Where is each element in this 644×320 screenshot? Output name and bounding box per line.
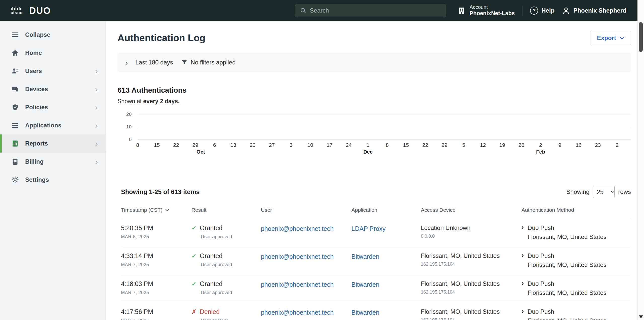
auth-time: 4:18:03 PM [121,280,191,288]
building-icon [457,6,466,15]
check-icon: ✓ [191,225,197,231]
rows-per-page-select[interactable]: 25 [593,186,615,198]
application-link[interactable]: Bitwarden [351,309,379,316]
users-icon [11,67,19,75]
x-tick: 19 [499,142,505,148]
chart-title: 613 Authentications [117,86,631,94]
x-tick: 15 [154,142,160,148]
check-icon: ✓ [191,281,197,287]
auth-log-table: Timestamp (CST) Result User Application … [121,204,631,320]
filter-funnel-icon [181,59,188,66]
sidebar-item-reports[interactable]: Reports › [0,134,105,153]
chart-subtitle: Shown at every 2 days. [117,98,631,105]
scroll-down-arrow-icon[interactable] [639,315,643,318]
result-detail: User mistake [201,318,261,320]
scrollbar-thumb[interactable] [639,22,643,52]
table-header: Timestamp (CST) Result User Application … [121,204,631,218]
cisco-bars-icon [11,6,22,10]
topbar-divider [522,5,522,16]
sidebar-collapse-button[interactable]: Collapse [0,26,105,44]
x-tick: 2 [616,142,619,148]
global-search[interactable] [295,4,446,17]
expand-row-chevron-icon[interactable]: › [521,280,524,296]
chevron-right-icon: › [95,121,98,129]
x-tick: 27 [269,142,275,148]
auth-method: Duo Push [528,252,606,259]
table-row: 4:18:03 PM MAR 7, 2025 ✓ Granted User ap… [121,274,631,302]
expand-row-chevron-icon[interactable]: › [521,252,524,268]
rows-suffix-label: rows [618,188,631,195]
y-tick: 20 [126,112,132,117]
auth-chart: 20 10 0 81522296132027310172418152229512… [117,114,631,156]
user-link[interactable]: phoenix@phoenixnet.tech [261,281,334,288]
home-icon [11,49,19,57]
user-menu[interactable]: Phoenix Shepherd [562,7,626,15]
reports-icon [11,139,19,148]
x-tick: 3 [290,142,293,148]
account-menu[interactable]: Account PhoenixNet-Labs [457,5,515,16]
sort-chevron-icon[interactable] [165,209,169,211]
applications-icon [11,121,19,129]
filter-date-range[interactable]: Last 180 days [135,59,173,66]
check-icon: ✓ [191,253,197,259]
devices-icon [11,85,19,93]
access-location: Florissant, MO, United States [421,252,521,259]
application-link[interactable]: LDAP Proxy [351,225,386,232]
expand-row-chevron-icon[interactable]: › [521,308,524,320]
filter-status-text: No filters applied [191,59,236,66]
shield-icon [11,103,19,111]
user-link[interactable]: phoenix@phoenixnet.tech [261,309,334,316]
expand-row-chevron-icon[interactable]: › [521,224,524,240]
cisco-logo: cisco [11,6,23,15]
col-user: User [261,207,351,213]
sidebar-item-label: Billing [25,158,44,165]
table-row: 5:20:35 PM MAR 8, 2025 ✓ Granted User ap… [121,218,631,246]
user-link[interactable]: phoenix@phoenixnet.tech [261,253,334,260]
x-tick: 8 [386,142,389,148]
filter-expand-chevron-icon[interactable]: › [125,58,128,67]
auth-method-location: Florissant, MO, United States [528,317,606,320]
sidebar-item-applications[interactable]: Applications › [0,116,105,134]
month-tick: Oct [196,149,205,155]
access-ip: 0.0.0.0 [421,234,521,239]
authentications-chart-section: 613 Authentications Shown at every 2 day… [117,86,631,156]
col-access-device: Access Device [421,207,521,213]
search-input[interactable] [310,7,441,14]
sidebar-nav: Collapse Home Users › Devices › [0,21,106,320]
user-link[interactable]: phoenix@phoenixnet.tech [261,225,334,232]
sidebar-item-settings[interactable]: Settings [0,171,105,189]
access-location: Florissant, MO, United States [421,280,521,287]
sidebar-item-home[interactable]: Home [0,44,105,62]
application-link[interactable]: Bitwarden [351,253,379,260]
x-tick: 1 [367,142,370,148]
x-tick: 6 [213,142,216,148]
col-timestamp[interactable]: Timestamp (CST) [121,207,191,213]
x-tick: 22 [422,142,428,148]
result-cell: ✓ Granted User approved [191,224,261,240]
x-tick: 13 [230,142,236,148]
access-ip: 162.195.175.104 [421,290,521,295]
sidebar-item-policies[interactable]: Policies › [0,98,105,116]
person-icon [562,7,570,15]
x-tick: 29 [441,142,447,148]
sidebar-item-label: Home [25,49,42,56]
help-button[interactable]: ? Help [530,7,554,15]
main-content: Authentication Log Export › Last 180 day… [106,21,637,320]
access-location: Florissant, MO, United States [421,308,521,315]
sidebar-item-users[interactable]: Users › [0,62,105,80]
sidebar-item-billing[interactable]: Billing › [0,153,105,171]
sidebar-item-devices[interactable]: Devices › [0,80,105,98]
result-label: Granted [200,224,222,232]
auth-time: 4:17:56 PM [121,308,191,315]
page-scrollbar[interactable] [637,0,644,320]
col-result: Result [191,207,261,213]
export-button[interactable]: Export [590,31,631,45]
chevron-right-icon: › [95,85,98,93]
x-icon: ✗ [191,309,197,315]
sidebar-collapse-label: Collapse [25,31,50,38]
auth-method-location: Florissant, MO, United States [528,289,606,296]
application-link[interactable]: Bitwarden [351,281,379,288]
help-label: Help [541,7,554,14]
auth-method: Duo Push [528,224,606,231]
top-bar: cisco DUO Account PhoenixNet-Labs [0,0,637,21]
